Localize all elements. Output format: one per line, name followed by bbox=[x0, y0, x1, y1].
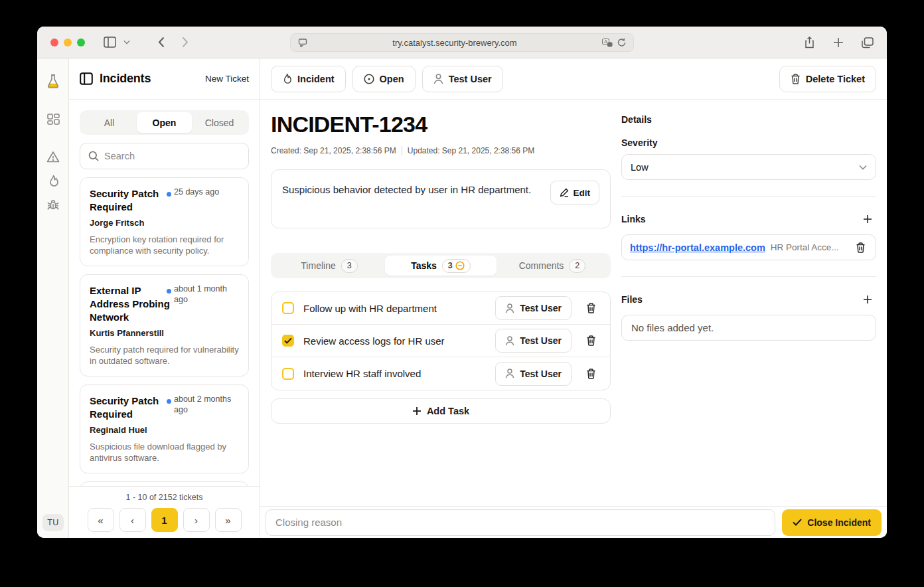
delete-link-icon[interactable] bbox=[853, 240, 868, 255]
ticket-card[interactable]: Security Patch Required 25 days ago Jorg… bbox=[80, 177, 249, 266]
reader-mode-icon[interactable] bbox=[296, 33, 309, 52]
task-assignee-button[interactable]: Test User bbox=[495, 362, 572, 386]
trash-icon bbox=[791, 74, 801, 84]
next-page-button[interactable]: › bbox=[183, 508, 210, 532]
tab-timeline[interactable]: Timeline 3 bbox=[273, 256, 385, 276]
task-checkbox[interactable] bbox=[282, 302, 294, 314]
forward-button[interactable] bbox=[175, 33, 195, 52]
owner-chip[interactable]: Test User bbox=[422, 66, 503, 92]
back-button[interactable] bbox=[151, 33, 171, 52]
incidents-icon[interactable] bbox=[37, 169, 69, 193]
prev-page-button[interactable]: ‹ bbox=[119, 508, 146, 532]
panel-toggle-icon[interactable] bbox=[80, 72, 93, 85]
minimize-window-button[interactable] bbox=[64, 39, 72, 46]
chevron-down-icon bbox=[859, 165, 867, 170]
ticket-filter-segmented: All Open Closed bbox=[80, 110, 249, 135]
ticket-desc: Security patch required for vulnerabilit… bbox=[90, 344, 239, 367]
filter-open[interactable]: Open bbox=[137, 112, 192, 133]
first-page-button[interactable]: « bbox=[88, 508, 114, 532]
task-assignee-button[interactable]: Test User bbox=[495, 296, 572, 320]
new-tab-icon[interactable] bbox=[828, 33, 848, 52]
delete-task-icon[interactable] bbox=[581, 298, 601, 318]
search-input[interactable] bbox=[104, 151, 240, 161]
close-incident-button[interactable]: Close Incident bbox=[782, 509, 882, 536]
details-panel: Details Severity Low Links bbox=[621, 100, 876, 341]
current-page-button[interactable]: 1 bbox=[151, 508, 178, 532]
delete-ticket-label: Delete Ticket bbox=[806, 74, 865, 84]
incident-type-chip[interactable]: Incident bbox=[271, 66, 346, 92]
translate-icon[interactable]: A bbox=[600, 33, 615, 52]
browser-window: try.catalyst.security-brewery.com A bbox=[37, 27, 887, 538]
ticket-card[interactable]: Security Patch Required about 2 months a… bbox=[80, 384, 249, 473]
tab-label: Comments bbox=[519, 260, 564, 271]
status-chip[interactable]: Open bbox=[352, 66, 416, 92]
filter-closed[interactable]: Closed bbox=[192, 112, 247, 133]
url-text[interactable]: try.catalyst.security-brewery.com bbox=[309, 38, 600, 48]
person-icon bbox=[433, 74, 443, 84]
link-url[interactable]: https://hr-portal.example.com bbox=[630, 242, 765, 253]
close-window-button[interactable] bbox=[50, 39, 58, 46]
task-row: Follow up with HR department Test User bbox=[271, 292, 610, 325]
user-avatar[interactable]: TU bbox=[42, 514, 64, 531]
add-link-icon[interactable] bbox=[859, 210, 876, 228]
edit-description-button[interactable]: Edit bbox=[550, 181, 600, 205]
last-page-button[interactable]: » bbox=[215, 508, 242, 532]
task-checkbox[interactable] bbox=[282, 368, 294, 380]
url-bar[interactable]: try.catalyst.security-brewery.com A bbox=[290, 33, 634, 52]
ticket-title: Security Patch Required bbox=[90, 187, 174, 214]
ticket-time: about 2 months ago bbox=[174, 394, 239, 421]
ticket-desc: Suspicious file download flagged by anti… bbox=[90, 441, 239, 464]
share-icon[interactable] bbox=[799, 33, 819, 52]
status-label: Open bbox=[380, 74, 404, 84]
task-assignee-button[interactable]: Test User bbox=[495, 329, 572, 353]
ticket-author: Kurtis Pfannerstill bbox=[90, 328, 239, 338]
task-checkbox[interactable] bbox=[282, 335, 294, 347]
close-incident-bar: Close Incident bbox=[260, 506, 887, 538]
edit-pen-icon bbox=[560, 188, 569, 197]
tab-comments[interactable]: Comments 2 bbox=[497, 256, 608, 276]
dashboard-icon[interactable] bbox=[37, 108, 69, 131]
filter-all[interactable]: All bbox=[82, 112, 137, 133]
assignee-label: Test User bbox=[520, 335, 562, 346]
task-row: Review access logs for HR user Test User bbox=[271, 325, 610, 357]
alerts-icon[interactable] bbox=[37, 145, 69, 169]
delete-ticket-button[interactable]: Delete Ticket bbox=[779, 66, 876, 92]
circle-dot-icon bbox=[364, 74, 374, 84]
detail-tabs: Timeline 3 Tasks 3 bbox=[271, 253, 611, 278]
reload-icon[interactable] bbox=[615, 33, 628, 52]
app-icon-rail: TU bbox=[37, 58, 69, 538]
sidebar-options-chevron-icon[interactable] bbox=[117, 33, 137, 52]
zoom-window-button[interactable] bbox=[77, 39, 85, 46]
ticket-card[interactable]: External IP Address Probing Network abou… bbox=[80, 274, 249, 377]
bug-icon[interactable] bbox=[37, 193, 69, 216]
delete-task-icon[interactable] bbox=[581, 364, 601, 384]
updated-date: Updated: Sep 21, 2025, 2:38:56 PM bbox=[408, 146, 534, 155]
task-row: Interview HR staff involved Test User bbox=[271, 357, 610, 390]
main-panel: Incident Open Test User bbox=[260, 58, 887, 538]
delete-task-icon[interactable] bbox=[581, 331, 601, 351]
closing-reason-input[interactable] bbox=[266, 509, 775, 536]
status-dot bbox=[167, 192, 171, 197]
ticket-search[interactable] bbox=[80, 143, 249, 169]
severity-select[interactable]: Low bbox=[621, 154, 876, 180]
ticket-time: 25 days ago bbox=[174, 187, 219, 214]
files-empty-state: No files added yet. bbox=[621, 315, 876, 341]
tab-count-badge: 3 bbox=[341, 259, 358, 273]
ticket-author: Jorge Fritsch bbox=[90, 218, 239, 228]
incident-type-label: Incident bbox=[297, 74, 335, 84]
sidebar-title: Incidents bbox=[100, 72, 151, 86]
ticket-author: Reginald Huel bbox=[90, 425, 239, 435]
tab-overview-icon[interactable] bbox=[858, 33, 878, 52]
add-task-button[interactable]: Add Task bbox=[271, 398, 611, 424]
task-label: Review access logs for HR user bbox=[303, 335, 486, 347]
tab-tasks[interactable]: Tasks 3 bbox=[385, 256, 497, 276]
add-file-icon[interactable] bbox=[859, 291, 876, 308]
plus-icon bbox=[412, 406, 422, 416]
tasks-open-minus-icon bbox=[455, 261, 465, 270]
traffic-lights bbox=[50, 39, 85, 46]
ticket-card[interactable]: Malware Infection Found about 2 months a… bbox=[80, 481, 249, 486]
catalyst-flask-logo-icon[interactable] bbox=[37, 69, 69, 93]
new-ticket-button[interactable]: New Ticket bbox=[205, 74, 249, 84]
assignee-label: Test User bbox=[520, 369, 562, 379]
date-divider bbox=[402, 146, 402, 155]
